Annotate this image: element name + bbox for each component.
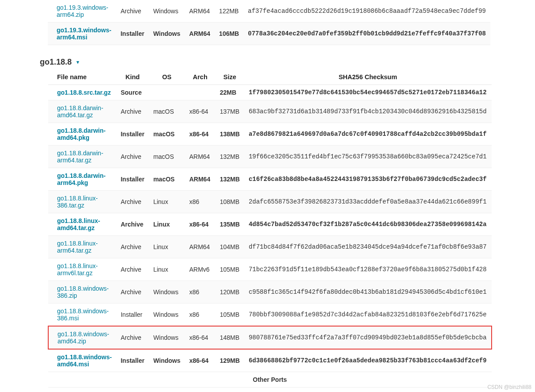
cell-arch: x86 [185, 388, 216, 392]
cell-os: Linux [149, 213, 185, 236]
cell-sha: c16f26ca83b8d8be4a8a4522443198791353b6f2… [244, 168, 492, 191]
cell-arch: x86-64 [185, 100, 216, 123]
cell-kind: Archive [116, 213, 149, 236]
table-row: go1.18.8.linux-armv6l.tar.gzArchiveLinux… [48, 258, 492, 281]
cell-kind: Installer [116, 123, 149, 146]
cell-os: Linux [149, 236, 185, 258]
cell-sha: 683ac9bf32731d6a1b31489d733f91fb4cb12034… [244, 100, 492, 123]
table-row: go1.18.8.linux-arm64.tar.gzArchiveLinuxA… [48, 236, 492, 258]
cell-size: 148MB [216, 326, 244, 349]
download-link[interactable]: go1.18.8.src.tar.gz [57, 89, 111, 96]
download-link[interactable]: go1.19.3.windows-arm64.zip [57, 4, 108, 18]
cell-arch: ARM64 [185, 23, 215, 45]
download-link[interactable]: go1.18.8.linux-amd64.tar.gz [57, 217, 100, 231]
table-row: go1.18.8.windows-amd64.zipArchiveWindows… [48, 326, 492, 349]
cell-arch: x86-64 [185, 213, 216, 236]
cell-kind: Archive [116, 236, 149, 258]
cell-kind: Archive [116, 0, 149, 23]
watermark: CSDN @binzhili88 [487, 384, 531, 390]
download-link[interactable]: go1.18.8.windows-386.msi [57, 307, 109, 322]
download-link[interactable]: go1.18.8.darwin-arm64.tar.gz [57, 150, 103, 164]
cell-size: 22MB [216, 85, 244, 100]
cell-os: Windows [149, 0, 185, 23]
cell-filename: go1.18.8.windows-386.zip [48, 281, 116, 304]
cell-arch: x86-64 [185, 349, 216, 372]
cell-arch: x86 [185, 281, 216, 304]
th-os: OS [149, 70, 185, 85]
cell-filename: go1.18.8.linux-arm64.tar.gz [48, 236, 116, 258]
download-link[interactable]: go1.18.8.windows-386.zip [57, 285, 109, 299]
cell-os: macOS [149, 146, 185, 168]
download-link[interactable]: go1.18.8.darwin-amd64.pkg [57, 127, 106, 141]
cell-os: Windows [149, 349, 185, 372]
table-row: go1.18.8.windows-386.msiInstallerWindows… [48, 304, 492, 327]
cell-kind: Source [116, 85, 149, 100]
download-link[interactable]: go1.19.3.windows-arm64.msi [57, 27, 112, 41]
cell-sha: 19f66ce3205c3511fed4bf1ec75c63f79953538a… [244, 146, 492, 168]
download-link[interactable]: go1.18.8.windows-amd64.msi [57, 354, 112, 368]
download-link[interactable]: go1.18.8.linux-armv6l.tar.gz [57, 262, 98, 277]
cell-arch: ARM64 [185, 168, 216, 191]
cell-size: 106MB [215, 23, 243, 45]
cell-sha: 1732f4977f7c3cdc26810d949313ed0ebfe5f63c… [244, 388, 492, 392]
cell-kind: Installer [116, 304, 149, 327]
table-row: go1.18.8.linux-amd64.tar.gzArchiveLinuxx… [48, 213, 492, 236]
cell-os: FreeBSD [149, 388, 185, 392]
cell-kind: Archive [116, 258, 149, 281]
cell-arch [185, 85, 216, 100]
cell-kind: Archive [116, 326, 149, 349]
cell-sha: a7e8d8679821a649697d0a6a7dc67c0f40901788… [244, 123, 492, 146]
download-link[interactable]: go1.18.8.darwin-arm64.pkg [57, 172, 106, 186]
table-row: go1.19.3.windows-arm64.zipArchiveWindows… [48, 0, 490, 23]
th-arch: Arch [185, 70, 216, 85]
table-row: go1.18.8.darwin-arm64.tar.gzArchivemacOS… [48, 146, 492, 168]
cell-filename: go1.18.8.linux-amd64.tar.gz [48, 213, 116, 236]
cell-sha: 71bc2263f91d5f11e189db543ea0cf1288ef3720… [244, 258, 492, 281]
cell-arch: x86-64 [185, 123, 216, 146]
cell-os: Linux [149, 258, 185, 281]
cell-filename: go1.19.3.windows-arm64.msi [48, 23, 116, 45]
cell-filename: go1.18.8.darwin-amd64.tar.gz [48, 100, 116, 123]
table-row: go1.18.8.windows-amd64.msiInstallerWindo… [48, 349, 492, 372]
downloads-table-top: go1.19.3.windows-arm64.zipArchiveWindows… [48, 0, 490, 45]
cell-size: 138MB [216, 123, 244, 146]
cell-arch: x86 [185, 304, 216, 327]
cell-arch: ARM64 [185, 236, 216, 258]
cell-os: macOS [149, 100, 185, 123]
version-title: go1.18.8 [40, 58, 72, 66]
cell-kind: Installer [116, 168, 149, 191]
cell-size: 137MB [216, 100, 244, 123]
cell-sha: 2dafc6558753e3f39826823731d33acdddefef0a… [244, 191, 492, 213]
version-toggle[interactable]: go1.18.8 ▾ [40, 58, 535, 67]
cell-arch: x86 [185, 191, 216, 213]
table-row: go1.18.8.linux-386.tar.gzArchiveLinuxx86… [48, 191, 492, 213]
th-filename: File name [48, 70, 116, 85]
chevron-down-icon: ▾ [77, 59, 79, 65]
download-link[interactable]: go1.18.8.windows-amd64.zip [58, 331, 109, 345]
cell-size: 129MB [216, 349, 244, 372]
download-link[interactable]: go1.18.8.darwin-amd64.tar.gz [57, 104, 103, 119]
cell-os: macOS [149, 168, 185, 191]
table-row: go1.18.8.darwin-amd64.tar.gzArchivemacOS… [48, 100, 492, 123]
cell-sha: af37fe4acad6cccdb5222d26d19c1918086b6c8a… [243, 0, 490, 23]
cell-sha: 4d854c7bad52d53470cf32f1b287a5c0c441dc6b… [244, 213, 492, 236]
table-row: go1.19.3.windows-arm64.msiInstallerWindo… [48, 23, 490, 45]
cell-sha: 780bbf3009088af1e9852d7c3d4d2acfab84a823… [244, 304, 492, 327]
cell-os: macOS [149, 123, 185, 146]
cell-os: Windows [149, 23, 185, 45]
download-link[interactable]: go1.18.8.linux-386.tar.gz [57, 195, 98, 209]
cell-size: 105MB [216, 304, 244, 327]
cell-size: 132MB [216, 168, 244, 191]
cell-size: 135MB [216, 213, 244, 236]
cell-sha: 0778a36c204ec20e0d7a0fef359b2ff0b01cb9dd… [243, 23, 490, 45]
cell-os [149, 85, 185, 100]
cell-filename: go1.19.3.windows-arm64.zip [48, 0, 116, 23]
cell-sha: 1f79802305015479e77d8c641530bc54ec994657… [244, 85, 492, 100]
table-row: go1.18.8.freebsd-386.tar.gzArchiveFreeBS… [48, 388, 492, 392]
cell-filename: go1.18.8.darwin-amd64.pkg [48, 123, 116, 146]
cell-kind: Archive [116, 146, 149, 168]
th-size: Size [216, 70, 244, 85]
cell-size: 120MB [216, 281, 244, 304]
download-link[interactable]: go1.18.8.linux-arm64.tar.gz [57, 240, 98, 254]
cell-size: 122MB [215, 0, 243, 23]
